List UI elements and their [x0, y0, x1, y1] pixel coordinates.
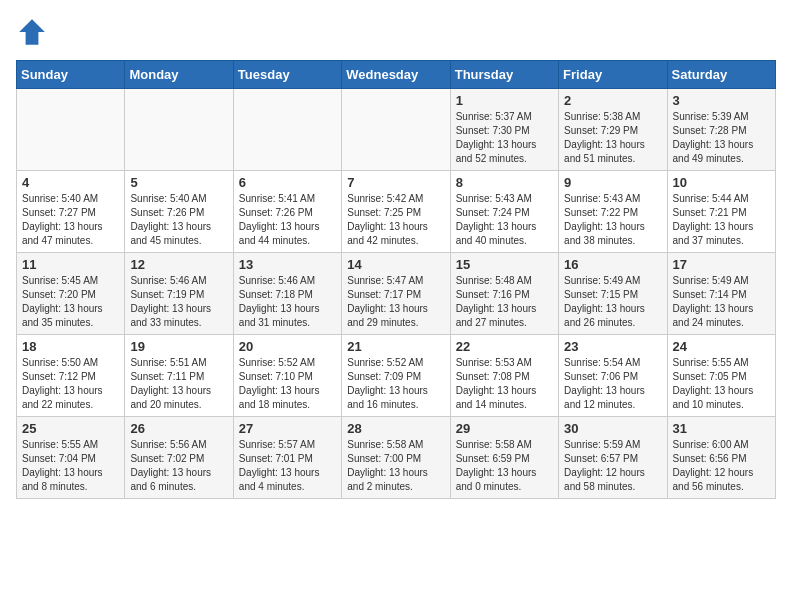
calendar-cell: 23Sunrise: 5:54 AMSunset: 7:06 PMDayligh… — [559, 335, 667, 417]
day-number: 17 — [673, 257, 770, 272]
day-number: 9 — [564, 175, 661, 190]
calendar-cell: 7Sunrise: 5:42 AMSunset: 7:25 PMDaylight… — [342, 171, 450, 253]
calendar-cell: 6Sunrise: 5:41 AMSunset: 7:26 PMDaylight… — [233, 171, 341, 253]
day-number: 22 — [456, 339, 553, 354]
calendar-cell: 1Sunrise: 5:37 AMSunset: 7:30 PMDaylight… — [450, 89, 558, 171]
day-info: Sunrise: 5:54 AMSunset: 7:06 PMDaylight:… — [564, 356, 661, 412]
calendar-cell: 30Sunrise: 5:59 AMSunset: 6:57 PMDayligh… — [559, 417, 667, 499]
day-info: Sunrise: 5:57 AMSunset: 7:01 PMDaylight:… — [239, 438, 336, 494]
calendar-cell: 16Sunrise: 5:49 AMSunset: 7:15 PMDayligh… — [559, 253, 667, 335]
day-info: Sunrise: 5:39 AMSunset: 7:28 PMDaylight:… — [673, 110, 770, 166]
calendar-cell: 5Sunrise: 5:40 AMSunset: 7:26 PMDaylight… — [125, 171, 233, 253]
calendar-cell — [342, 89, 450, 171]
day-number: 30 — [564, 421, 661, 436]
calendar-header: SundayMondayTuesdayWednesdayThursdayFrid… — [17, 61, 776, 89]
day-info: Sunrise: 5:48 AMSunset: 7:16 PMDaylight:… — [456, 274, 553, 330]
header-day: Monday — [125, 61, 233, 89]
calendar-cell: 14Sunrise: 5:47 AMSunset: 7:17 PMDayligh… — [342, 253, 450, 335]
svg-marker-0 — [19, 19, 45, 45]
calendar-cell: 12Sunrise: 5:46 AMSunset: 7:19 PMDayligh… — [125, 253, 233, 335]
calendar-body: 1Sunrise: 5:37 AMSunset: 7:30 PMDaylight… — [17, 89, 776, 499]
day-info: Sunrise: 5:50 AMSunset: 7:12 PMDaylight:… — [22, 356, 119, 412]
day-info: Sunrise: 5:38 AMSunset: 7:29 PMDaylight:… — [564, 110, 661, 166]
header-day: Wednesday — [342, 61, 450, 89]
day-info: Sunrise: 5:51 AMSunset: 7:11 PMDaylight:… — [130, 356, 227, 412]
day-info: Sunrise: 5:44 AMSunset: 7:21 PMDaylight:… — [673, 192, 770, 248]
day-info: Sunrise: 5:40 AMSunset: 7:27 PMDaylight:… — [22, 192, 119, 248]
day-info: Sunrise: 5:56 AMSunset: 7:02 PMDaylight:… — [130, 438, 227, 494]
calendar-table: SundayMondayTuesdayWednesdayThursdayFrid… — [16, 60, 776, 499]
day-number: 7 — [347, 175, 444, 190]
calendar-cell: 24Sunrise: 5:55 AMSunset: 7:05 PMDayligh… — [667, 335, 775, 417]
day-number: 10 — [673, 175, 770, 190]
day-number: 1 — [456, 93, 553, 108]
calendar-week-row: 11Sunrise: 5:45 AMSunset: 7:20 PMDayligh… — [17, 253, 776, 335]
calendar-week-row: 1Sunrise: 5:37 AMSunset: 7:30 PMDaylight… — [17, 89, 776, 171]
header-day: Sunday — [17, 61, 125, 89]
day-info: Sunrise: 5:46 AMSunset: 7:18 PMDaylight:… — [239, 274, 336, 330]
day-number: 14 — [347, 257, 444, 272]
day-number: 11 — [22, 257, 119, 272]
day-number: 23 — [564, 339, 661, 354]
day-info: Sunrise: 5:55 AMSunset: 7:05 PMDaylight:… — [673, 356, 770, 412]
day-number: 18 — [22, 339, 119, 354]
day-number: 15 — [456, 257, 553, 272]
page-header — [16, 16, 776, 48]
day-info: Sunrise: 5:43 AMSunset: 7:24 PMDaylight:… — [456, 192, 553, 248]
day-info: Sunrise: 5:55 AMSunset: 7:04 PMDaylight:… — [22, 438, 119, 494]
calendar-cell: 27Sunrise: 5:57 AMSunset: 7:01 PMDayligh… — [233, 417, 341, 499]
day-info: Sunrise: 5:46 AMSunset: 7:19 PMDaylight:… — [130, 274, 227, 330]
day-info: Sunrise: 6:00 AMSunset: 6:56 PMDaylight:… — [673, 438, 770, 494]
calendar-cell: 18Sunrise: 5:50 AMSunset: 7:12 PMDayligh… — [17, 335, 125, 417]
day-info: Sunrise: 5:52 AMSunset: 7:10 PMDaylight:… — [239, 356, 336, 412]
day-info: Sunrise: 5:53 AMSunset: 7:08 PMDaylight:… — [456, 356, 553, 412]
header-day: Thursday — [450, 61, 558, 89]
day-number: 28 — [347, 421, 444, 436]
header-row: SundayMondayTuesdayWednesdayThursdayFrid… — [17, 61, 776, 89]
calendar-week-row: 25Sunrise: 5:55 AMSunset: 7:04 PMDayligh… — [17, 417, 776, 499]
logo-icon — [16, 16, 48, 48]
calendar-cell: 29Sunrise: 5:58 AMSunset: 6:59 PMDayligh… — [450, 417, 558, 499]
day-number: 31 — [673, 421, 770, 436]
header-day: Friday — [559, 61, 667, 89]
day-number: 5 — [130, 175, 227, 190]
calendar-cell — [233, 89, 341, 171]
logo — [16, 16, 52, 48]
day-number: 21 — [347, 339, 444, 354]
calendar-cell: 8Sunrise: 5:43 AMSunset: 7:24 PMDaylight… — [450, 171, 558, 253]
calendar-cell: 11Sunrise: 5:45 AMSunset: 7:20 PMDayligh… — [17, 253, 125, 335]
day-number: 20 — [239, 339, 336, 354]
calendar-cell: 4Sunrise: 5:40 AMSunset: 7:27 PMDaylight… — [17, 171, 125, 253]
calendar-cell: 20Sunrise: 5:52 AMSunset: 7:10 PMDayligh… — [233, 335, 341, 417]
day-number: 4 — [22, 175, 119, 190]
calendar-cell — [17, 89, 125, 171]
calendar-cell: 28Sunrise: 5:58 AMSunset: 7:00 PMDayligh… — [342, 417, 450, 499]
day-info: Sunrise: 5:49 AMSunset: 7:15 PMDaylight:… — [564, 274, 661, 330]
day-info: Sunrise: 5:37 AMSunset: 7:30 PMDaylight:… — [456, 110, 553, 166]
day-info: Sunrise: 5:47 AMSunset: 7:17 PMDaylight:… — [347, 274, 444, 330]
calendar-week-row: 18Sunrise: 5:50 AMSunset: 7:12 PMDayligh… — [17, 335, 776, 417]
day-number: 12 — [130, 257, 227, 272]
day-number: 3 — [673, 93, 770, 108]
calendar-cell: 19Sunrise: 5:51 AMSunset: 7:11 PMDayligh… — [125, 335, 233, 417]
calendar-cell: 21Sunrise: 5:52 AMSunset: 7:09 PMDayligh… — [342, 335, 450, 417]
day-number: 8 — [456, 175, 553, 190]
day-number: 26 — [130, 421, 227, 436]
day-info: Sunrise: 5:49 AMSunset: 7:14 PMDaylight:… — [673, 274, 770, 330]
day-number: 29 — [456, 421, 553, 436]
calendar-cell: 2Sunrise: 5:38 AMSunset: 7:29 PMDaylight… — [559, 89, 667, 171]
day-info: Sunrise: 5:41 AMSunset: 7:26 PMDaylight:… — [239, 192, 336, 248]
day-number: 25 — [22, 421, 119, 436]
calendar-cell: 25Sunrise: 5:55 AMSunset: 7:04 PMDayligh… — [17, 417, 125, 499]
calendar-week-row: 4Sunrise: 5:40 AMSunset: 7:27 PMDaylight… — [17, 171, 776, 253]
calendar-cell: 10Sunrise: 5:44 AMSunset: 7:21 PMDayligh… — [667, 171, 775, 253]
day-info: Sunrise: 5:40 AMSunset: 7:26 PMDaylight:… — [130, 192, 227, 248]
day-info: Sunrise: 5:58 AMSunset: 7:00 PMDaylight:… — [347, 438, 444, 494]
calendar-cell: 17Sunrise: 5:49 AMSunset: 7:14 PMDayligh… — [667, 253, 775, 335]
header-day: Saturday — [667, 61, 775, 89]
calendar-cell — [125, 89, 233, 171]
day-number: 16 — [564, 257, 661, 272]
day-number: 2 — [564, 93, 661, 108]
day-number: 19 — [130, 339, 227, 354]
day-info: Sunrise: 5:58 AMSunset: 6:59 PMDaylight:… — [456, 438, 553, 494]
